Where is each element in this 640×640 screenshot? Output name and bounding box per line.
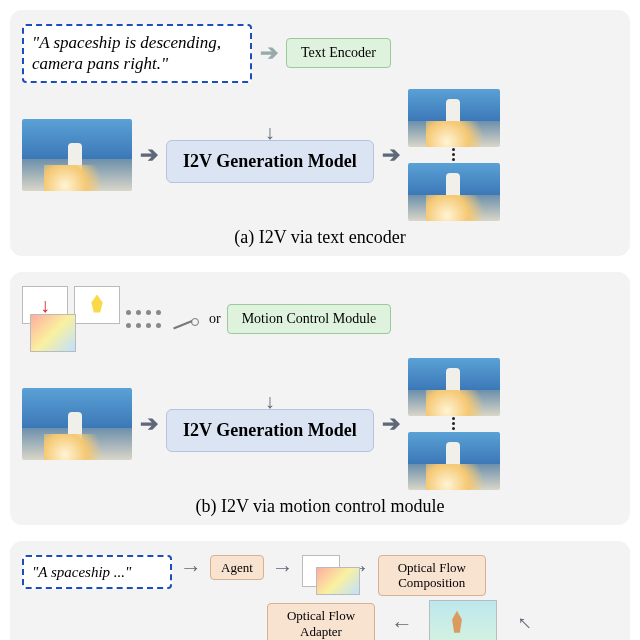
output-frame (408, 358, 500, 416)
panel-a-model-row: ➔ ↓ I2V Generation Model ➔ (22, 89, 618, 221)
i2v-model-box: I2V Generation Model (166, 140, 374, 183)
arrow-right-icon: ➔ (260, 40, 278, 66)
model-col: ↓ I2V Generation Model (166, 126, 374, 183)
arrow-right-icon: ➔ (140, 411, 158, 437)
dots-icon (126, 323, 161, 328)
arrow-diag-icon: → (507, 607, 541, 640)
output-frames (408, 89, 500, 221)
flow-thumb (316, 567, 360, 595)
panel-b-caption: (b) I2V via motion control module (22, 496, 618, 517)
arrow-right-icon: ➔ (382, 411, 400, 437)
arrow-right-icon: → (272, 555, 294, 581)
output-frame (408, 163, 500, 221)
arrow-right-icon: ➔ (382, 142, 400, 168)
arrow-down-icon: ↓ (265, 395, 275, 407)
panel-a: "A spaceship is descending, camera pans … (10, 10, 630, 256)
switch-icon (167, 306, 203, 332)
text-prompt: "A spaceship ..." (22, 555, 172, 590)
agent-box: Agent (210, 555, 264, 581)
panel-b-model-row: ➔ ↓ I2V Generation Model ➔ (22, 358, 618, 490)
dots-col (126, 307, 161, 331)
flow-thumb (30, 314, 76, 352)
optical-flow-adapter-box: Optical Flow Adapter (267, 603, 375, 640)
mask-thumb (74, 286, 120, 324)
i2v-model-box: I2V Generation Model (166, 409, 374, 452)
or-label: or (209, 311, 221, 327)
arrow-left-icon: ← (391, 611, 413, 637)
output-frame (408, 89, 500, 147)
panel-c-top-row: "A spaceship ..." → Agent → → Optical Fl… (22, 555, 618, 596)
control-thumbs (22, 286, 120, 352)
optical-flow-composition-box: Optical Flow Composition (378, 555, 486, 596)
model-col: ↓ I2V Generation Model (166, 395, 374, 452)
input-image (22, 119, 132, 191)
dots-icon (126, 310, 161, 315)
dense-flow-thumb (429, 600, 497, 640)
motion-control-box: Motion Control Module (227, 304, 392, 334)
output-frames (408, 358, 500, 490)
panel-a-top-row: "A spaceship is descending, camera pans … (22, 24, 618, 83)
panel-c-mid-row: Optical Flow Adapter ← → (22, 600, 618, 640)
vdots-icon (452, 416, 455, 432)
output-frame (408, 432, 500, 490)
text-encoder-box: Text Encoder (286, 38, 391, 68)
text-prompt: "A spaceship is descending, camera pans … (22, 24, 252, 83)
arrow-right-icon: ➔ (140, 142, 158, 168)
panel-b-top-row: or Motion Control Module (22, 286, 618, 352)
input-image (22, 388, 132, 460)
sparse-thumbs (302, 555, 340, 591)
vdots-icon (452, 147, 455, 163)
panel-c: "A spaceship ..." → Agent → → Optical Fl… (10, 541, 630, 641)
panel-a-caption: (a) I2V via text encoder (22, 227, 618, 248)
panel-b: or Motion Control Module ➔ ↓ I2V Generat… (10, 272, 630, 525)
arrow-down-icon: ↓ (265, 126, 275, 138)
arrow-right-icon: → (180, 555, 202, 581)
